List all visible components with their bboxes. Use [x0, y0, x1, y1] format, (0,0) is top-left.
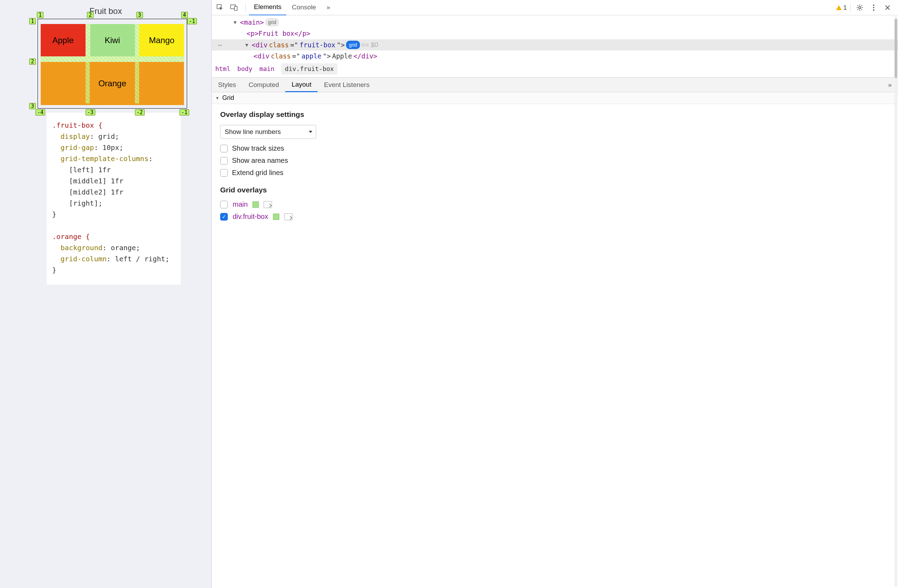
grid-line-number: 3: [29, 103, 36, 109]
dom-node-p[interactable]: <p>Fruit box</p>: [212, 28, 898, 39]
grid-gap-vertical: [135, 62, 140, 103]
area-names-option[interactable]: Show area names: [220, 157, 890, 165]
grid-line-number: 1: [37, 12, 43, 18]
grid-cell-orange: Orange: [41, 62, 185, 105]
close-icon[interactable]: [882, 2, 893, 13]
scrollbar-thumb[interactable]: [895, 19, 897, 78]
tab-styles[interactable]: Styles: [212, 78, 242, 91]
svg-line-8: [858, 5, 858, 6]
separator: [245, 3, 246, 12]
kebab-menu-icon[interactable]: [868, 2, 879, 13]
grid-gap-vertical: [86, 62, 90, 103]
page-title: Fruit box: [0, 6, 211, 16]
grid-line-number: -4: [35, 109, 45, 115]
tab-computed[interactable]: Computed: [242, 78, 286, 91]
tab-elements[interactable]: Elements: [249, 0, 286, 15]
svg-line-10: [858, 9, 858, 10]
grid-cell-apple: Apple: [41, 24, 86, 56]
code-val: : grid;: [90, 132, 119, 140]
grid-overlay-item-main[interactable]: main: [220, 200, 890, 208]
code-val: [left] 1fr: [52, 166, 111, 174]
checkbox-icon[interactable]: [220, 169, 228, 177]
svg-point-13: [873, 7, 874, 8]
grid-overlay-area: Apple Kiwi Mango Orange 1 2 3 4 1 2 3 -1…: [38, 19, 187, 109]
svg-rect-2: [234, 6, 237, 11]
dom-gutter-dots-icon[interactable]: ⋯: [218, 40, 223, 50]
warning-count: 1: [843, 4, 847, 11]
checkbox-icon[interactable]: [220, 157, 228, 165]
gear-icon[interactable]: [854, 2, 865, 13]
dom-attr-value: apple: [301, 51, 321, 61]
checkbox-icon[interactable]: [220, 145, 228, 152]
grid-cell-mango: Mango: [139, 24, 184, 56]
grid-overlay-item-fruitbox[interactable]: ✓ div.fruit-box: [220, 212, 890, 220]
device-toggle-icon[interactable]: [229, 2, 240, 13]
scrollbar[interactable]: [895, 16, 897, 586]
element-reveal-icon[interactable]: [284, 213, 292, 220]
breadcrumb-item[interactable]: body: [237, 64, 252, 74]
line-numbers-select[interactable]: Show line numbers: [220, 125, 316, 139]
dom-text: ">: [323, 51, 331, 61]
tab-layout[interactable]: Layout: [285, 78, 318, 92]
checkbox-icon[interactable]: ✓: [220, 213, 228, 220]
grid-line-number: -1: [180, 109, 189, 115]
dom-tag: <main>: [240, 17, 264, 28]
element-reveal-icon[interactable]: [264, 201, 272, 208]
overlay-label: div.fruit-box: [233, 212, 268, 220]
section-title: Grid: [222, 94, 234, 102]
dom-tag: <p>Fruit box</p>: [247, 28, 310, 38]
expand-arrow-icon[interactable]: ▼: [244, 41, 249, 49]
grid-gap-horizontal: [41, 56, 185, 62]
dom-node-main[interactable]: ▼ <main> grid: [212, 17, 898, 28]
code-val: : 10px;: [94, 143, 123, 152]
dom-tag: <div: [251, 40, 268, 50]
inspect-icon[interactable]: [215, 2, 226, 13]
checkbox-icon[interactable]: [220, 201, 228, 208]
dom-text: =": [292, 51, 300, 61]
tab-more[interactable]: »: [322, 0, 335, 15]
code-prop: grid-template-columns: [52, 154, 149, 163]
code-val: : orange;: [103, 243, 140, 252]
code-val: [middle2] 1fr: [52, 188, 123, 196]
svg-point-14: [873, 9, 874, 11]
code-selector: .fruit-box {: [52, 121, 103, 129]
extend-lines-option[interactable]: Extend grid lines: [220, 169, 890, 177]
track-sizes-option[interactable]: Show track sizes: [220, 145, 890, 152]
svg-line-9: [861, 9, 862, 10]
grid-badge[interactable]: grid: [346, 41, 360, 49]
warning-badge[interactable]: 1: [836, 4, 847, 11]
grid-line-number: -1: [187, 18, 197, 25]
dom-attr-name: class: [269, 40, 289, 50]
dom-node-apple[interactable]: <div class="apple">Apple</div>: [212, 51, 898, 62]
color-swatch[interactable]: [273, 214, 279, 220]
section-grid-header[interactable]: ▼ Grid: [212, 92, 898, 104]
code-val: :: [149, 154, 153, 163]
dom-tree[interactable]: ▼ <main> grid <p>Fruit box</p> ⋯ ▼ <div …: [212, 15, 898, 78]
devtools-toolbar: Elements Console » 1: [212, 0, 898, 15]
devtools-pane: Elements Console » 1 ▼ <main> grid <p>Fr…: [211, 0, 898, 588]
dom-eq0: == $0: [361, 40, 378, 50]
dom-node-fruitbox[interactable]: ⋯ ▼ <div class="fruit-box"> grid == $0: [212, 39, 898, 51]
warning-icon: [836, 5, 842, 10]
overlay-settings-heading: Overlay display settings: [220, 110, 890, 119]
tab-console[interactable]: Console: [287, 0, 321, 15]
code-brace: }: [52, 266, 56, 274]
grid-line-number: 4: [181, 12, 188, 18]
css-code-snippet: .fruit-box { display: grid; grid-gap: 10…: [47, 113, 181, 285]
grid-badge[interactable]: grid: [265, 18, 279, 26]
grid-gap-vertical: [86, 24, 90, 58]
separator: [850, 3, 851, 12]
grid-line-number: 2: [87, 12, 94, 18]
breadcrumb-item[interactable]: div.fruit-box: [281, 63, 337, 75]
option-label: Extend grid lines: [232, 169, 283, 177]
color-swatch[interactable]: [252, 202, 259, 208]
expand-arrow-icon[interactable]: ▼: [233, 18, 238, 26]
breadcrumb-item[interactable]: main: [260, 64, 274, 74]
code-prop: background: [52, 243, 103, 252]
breadcrumb-item[interactable]: html: [215, 64, 230, 74]
option-label: Show track sizes: [232, 145, 284, 152]
sidebar-tabs: Styles Computed Layout Event Listeners »: [212, 78, 898, 92]
code-selector: .orange {: [52, 232, 90, 241]
code-val: [middle1] 1fr: [52, 177, 123, 185]
tab-event-listeners[interactable]: Event Listeners: [318, 78, 376, 91]
